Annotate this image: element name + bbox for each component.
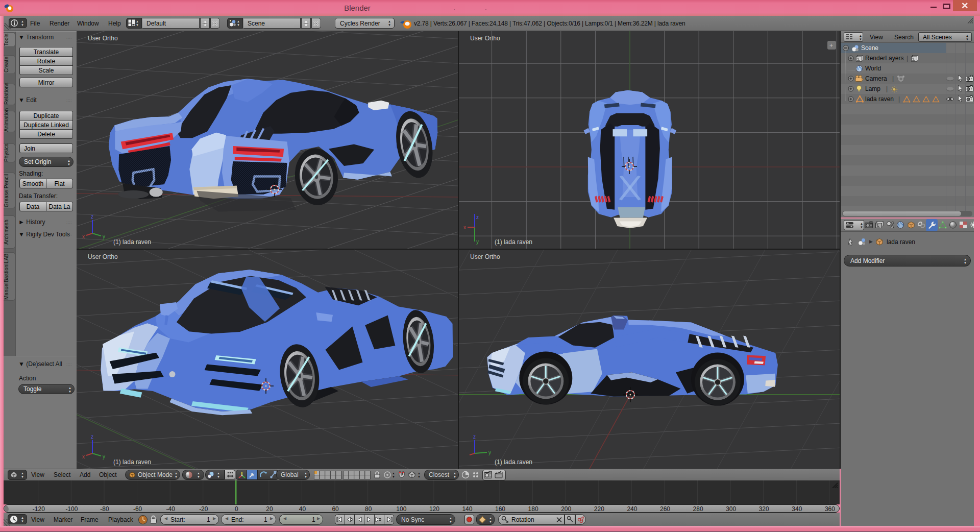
svg-text:x: x	[82, 454, 85, 460]
svg-text:40: 40	[299, 505, 306, 513]
svg-text:(1) lada raven: (1) lada raven	[113, 458, 151, 466]
svg-text:x: x	[463, 225, 466, 230]
svg-text:(1) lada raven: (1) lada raven	[495, 238, 532, 246]
svg-text:20: 20	[266, 505, 273, 513]
svg-text:300: 300	[726, 505, 736, 513]
svg-text:User Ortho: User Ortho	[470, 253, 500, 260]
svg-text:-120: -120	[33, 505, 45, 513]
svg-text:-100: -100	[65, 505, 78, 513]
svg-text:User Ortho: User Ortho	[88, 35, 118, 42]
svg-text:y: y	[488, 450, 491, 455]
svg-text:180: 180	[528, 505, 538, 513]
svg-text:-20: -20	[199, 505, 208, 513]
svg-text:260: 260	[660, 505, 670, 513]
svg-text:60: 60	[332, 505, 339, 513]
svg-text:280: 280	[693, 505, 703, 513]
svg-text:z: z	[91, 214, 93, 220]
svg-text:User Ortho: User Ortho	[470, 35, 500, 42]
svg-text:y: y	[476, 239, 479, 245]
svg-text:User Ortho: User Ortho	[88, 253, 118, 260]
svg-text:z: z	[91, 434, 93, 440]
svg-text:200: 200	[561, 505, 571, 513]
svg-text:220: 220	[594, 505, 604, 513]
svg-text:340: 340	[792, 505, 802, 513]
svg-text:+: +	[829, 42, 833, 49]
svg-text:z: z	[476, 214, 479, 220]
svg-text:240: 240	[627, 505, 637, 513]
svg-text:x: x	[82, 234, 85, 239]
svg-text:-40: -40	[166, 505, 176, 513]
svg-text:360: 360	[825, 505, 835, 513]
svg-text:z: z	[473, 434, 476, 440]
svg-text:-60: -60	[133, 505, 142, 513]
svg-text:-80: -80	[100, 505, 109, 513]
svg-text:320: 320	[759, 505, 769, 513]
svg-text:(1) lada raven: (1) lada raven	[495, 458, 532, 466]
svg-text:80: 80	[365, 505, 372, 513]
svg-text:y: y	[103, 454, 105, 460]
svg-text:0: 0	[235, 505, 238, 513]
svg-text:y: y	[103, 234, 105, 239]
svg-text:160: 160	[495, 505, 505, 513]
svg-text:120: 120	[429, 505, 439, 513]
svg-text:100: 100	[396, 505, 406, 513]
svg-text:140: 140	[462, 505, 472, 513]
svg-text:(1) lada raven: (1) lada raven	[113, 238, 151, 246]
